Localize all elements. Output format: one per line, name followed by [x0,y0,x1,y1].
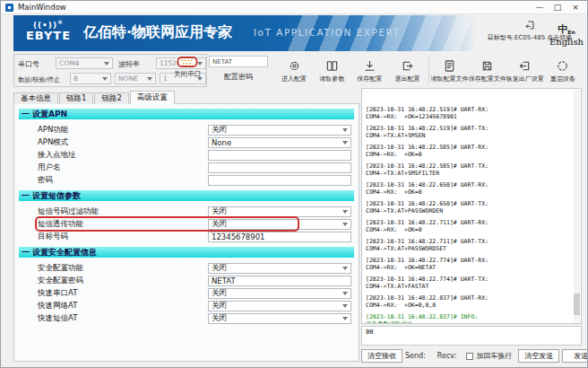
form-row: 短信透传功能关闭 [22,218,351,230]
toolbar-button-exit[interactable]: 退出配置 [388,59,426,83]
file-save-icon [480,59,494,73]
section-header: 一设置安全配置信息 [19,247,354,258]
field-value: 关闭 [212,301,227,311]
file-read-icon [443,59,456,73]
form-row: APN功能关闭 [22,124,351,136]
log-data-line: COM4->TX:AT+PASSWORDEN [366,207,571,215]
collapse-marker: 一 [22,190,30,202]
log-timestamp-line: [2023-10-31 16:48:22.650]# UART-TX: [366,200,571,207]
section-header: 一设置短信参数 [19,190,354,201]
form-row: 短信号码过滤功能关闭 [22,206,351,217]
field-label: 密码 [22,175,208,186]
brand-banner: ((•))® EBYTE 亿佰特·物联网应用专家 IoT APPLICATION… [13,15,476,51]
input-field[interactable] [208,150,351,161]
select-field[interactable]: 关闭 [208,206,351,217]
field-label: 短信号码过滤功能 [22,206,208,217]
select-field[interactable]: 关闭 [208,263,351,274]
tab-2[interactable]: 链路2 [94,92,128,104]
field-value: NETAT [212,276,236,285]
chevron-down-icon [342,317,348,320]
field-label: 安全配置功能 [22,263,208,274]
clear-send-button[interactable]: 清空发送 [518,349,559,363]
field-value: 关闭 [212,313,227,324]
databits-select[interactable]: 8 [70,73,111,84]
toolbar: 串口号 COM4 波特率 115200 数据/校验/停止 8 NONE 1 关闭… [8,53,582,89]
select-field[interactable]: 关闭 [208,219,351,230]
send-button[interactable]: 发送 [562,349,588,363]
crlf-checkbox[interactable] [466,353,473,360]
input-field[interactable] [208,175,351,186]
toolbar-button-book[interactable]: 读取参数 [313,59,350,83]
toolbar-button-label: 保存配置文件 [469,74,506,83]
minimize-button[interactable]: — [531,1,549,13]
log-timestamp-line: [2023-10-31 16:48:22.650]# UART-RX: [366,181,571,188]
form-panel: 一设置APNAPN功能关闭APN模式None接入点地址用户名密码一设置短信参数短… [13,103,359,362]
log-scrollbar[interactable] [574,90,580,322]
parity-select[interactable]: NONE [115,73,156,84]
log-entry: [2023-10-31 16:48:22.585]# UART-TX:COM4-… [366,162,571,177]
input-field[interactable]: NETAT [208,276,351,286]
send-count-label: Send: [405,352,426,360]
toolbar-button-file-save[interactable]: 保存配置文件 [469,59,506,83]
field-value: None [212,138,231,147]
tab-3[interactable]: 高级设置 [130,91,175,104]
title-bar: MainWindow — □ × [1,1,587,14]
log-entry: [2023-10-31 16:48:22.585]# UART-RX:COM4-… [366,144,571,158]
section-title: 设置APN [32,109,67,120]
port-select[interactable]: COM4 [56,57,113,69]
toolbar-button-label: 恢复出厂设置 [506,74,544,83]
toolbar-actions: 进入配置读取参数保存配置退出配置读取配置文件保存配置文件恢复出厂设置重启设备 [275,55,582,87]
toolbar-button-label: 退出配置 [394,74,419,83]
ebyte-logo: ((•))® EBYTE [22,18,74,41]
tab-0[interactable]: 基本信息 [13,92,58,104]
field-value: 关闭 [212,219,227,230]
log-data-line: COM4->TX:AT+SMSFILTER [366,170,571,177]
select-field[interactable]: None [208,137,351,148]
form-row: 安全配置密码NETAT [22,275,351,286]
select-field[interactable]: 关闭 [208,313,351,324]
log-data-line: COM4->TX:AT+PASSWORDSET [366,245,571,252]
log-timestamp-line: [2023-10-31 16:48:22.519]# UART-RX: [366,106,571,113]
config-password-input[interactable]: NETAT [209,56,268,67]
log-scrollbar-thumb[interactable] [574,294,580,315]
form-row: 目标号码12345678901 [22,231,351,242]
maximize-button[interactable]: □ [549,1,566,13]
section-title: 设置短信参数 [32,190,81,202]
close-port-button[interactable]: 关闭串口 [173,56,202,79]
toolbar-button-gear[interactable]: 进入配置 [275,59,313,83]
form-row: 密码 [22,174,351,186]
log-entry: [2023-10-31 16:48:22.650]# UART-TX:COM4-… [366,200,571,215]
field-label: 用户名 [22,162,208,173]
field-label: 目标号码 [22,232,208,242]
log-entry: [2023-10-31 16:48:22.650]# UART-RX:COM4-… [366,181,571,196]
log-data-line: COM4->TX:AT+FASTAT [366,283,571,290]
form-row: 用户名 [22,162,351,173]
log-entry: [2023-10-31 16:48:22.711]# UART-RX:COM4-… [366,219,571,233]
field-label: 快速串口AT [22,288,208,299]
select-field[interactable]: 关闭 [208,288,351,299]
field-label: 快速短信AT [22,313,208,324]
select-field[interactable]: 关闭 [208,125,351,136]
log-panel[interactable]: [2023-10-31 16:48:22.519]# UART-RX:COM4-… [361,88,582,324]
select-field[interactable]: 关闭 [208,301,351,311]
close-button[interactable]: × [566,1,584,13]
chevron-down-icon [342,128,348,132]
field-label: 短信透传功能 [22,219,208,230]
window-title: MainWindow [18,3,66,12]
logo-text: EBYTE [22,30,74,41]
toolbar-button-restart[interactable]: 重启设备 [544,59,582,83]
input-field[interactable] [208,162,351,173]
input-field[interactable]: 12345678901 [208,232,351,242]
collapse-marker: 一 [22,109,30,120]
language-switcher[interactable]: 中En English [546,19,587,47]
toolbar-button-factory-reset[interactable]: 恢复出厂设置 [506,59,544,83]
config-password-label: 配置密码 [209,72,268,82]
tab-1[interactable]: 链路1 [59,92,93,104]
log-timestamp-line: [2023-10-31 16:48:22.774]# UART-TX: [366,276,571,283]
field-value: 关闭 [212,206,227,217]
clear-receive-button[interactable]: 清空接收 [361,349,402,363]
toolbar-button-file-read[interactable]: 读取配置文件 [431,59,469,83]
toolbar-button-download[interactable]: 保存配置 [350,59,388,83]
send-input[interactable]: 00 [361,326,582,346]
book-icon [325,59,339,73]
